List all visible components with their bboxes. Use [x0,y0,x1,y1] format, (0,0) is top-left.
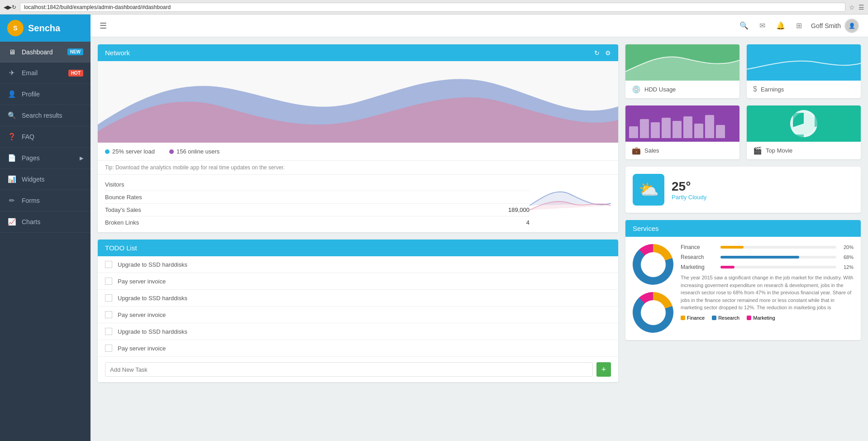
todo-checkbox-2[interactable] [105,294,112,302]
sidebar-item-forms[interactable]: ✏ Forms [0,190,91,211]
avatar: 👤 [844,19,859,33]
sales-footer: 💼 Sales [625,142,739,159]
widgets-nav-label: Widgets [22,176,45,183]
sales-chart [625,105,739,142]
network-header: Network ↻ ⚙ [98,44,618,61]
services-title: Services [633,225,659,232]
browser-refresh[interactable]: ↻ [12,4,16,10]
bell-icon[interactable]: 🔔 [774,19,787,32]
earnings-icon: $ [753,85,757,93]
refresh-icon[interactable]: ↻ [594,49,600,57]
todo-title: TODO List [105,244,137,252]
metric-row: Today's Sales189,000 [105,204,529,216]
sidebar-item-dashboard[interactable]: 🖥 Dashboard NEW [0,42,91,62]
grid-icon[interactable]: ⊞ [794,19,804,32]
menu-icon[interactable]: ☰ [858,4,864,11]
browser-forward[interactable]: ▶ [8,4,12,10]
metric-value: 4 [526,219,529,226]
online-users-stat: 156 online users [169,148,219,155]
service-bar-row: Marketing 12% [681,264,854,270]
sidebar-item-faq[interactable]: ❓ FAQ [0,126,91,148]
todo-list: Upgrade to SSD harddisksPay server invoi… [98,256,618,357]
legend-label: Research [718,315,739,321]
hdd-footer: 💿 HDD Usage [625,81,739,98]
hdd-label: HDD Usage [644,86,676,93]
todo-checkbox-3[interactable] [105,311,112,318]
sidebar-item-email[interactable]: ✈ Email HOT [0,62,91,84]
weather-icon: ⛅ [639,180,659,199]
forms-nav-label: Forms [22,197,40,204]
services-right: Finance 20% Research 68% Marketing 12% T… [681,244,854,333]
top-movie-chart [747,105,861,142]
todo-checkbox-0[interactable] [105,261,112,268]
sales-bar [716,125,725,138]
metrics-list: VisitorsBounce RatesToday's Sales189,000… [105,178,529,229]
add-task-button[interactable]: + [596,362,611,377]
mini-chart [529,178,611,215]
star-icon[interactable]: ☆ [849,4,855,11]
url-bar[interactable]: localhost:1842/build/examples/admin-dash… [20,3,845,12]
weather-desc: Partly Cloudy [672,194,706,201]
top-header: ☰ 🔍 ✉ 🔔 ⊞ Goff Smith 👤 [91,14,868,37]
todo-input[interactable] [105,362,593,377]
movie-icon: 🎬 [753,146,762,155]
network-header-icons: ↻ ⚙ [594,49,611,57]
todo-checkbox-5[interactable] [105,345,112,352]
profile-nav-icon: 👤 [7,90,16,98]
top-mini-cards: 💿 HDD Usage $ Earnings [625,44,861,98]
sales-bar [651,122,660,138]
browser-back[interactable]: ◀ [4,4,8,10]
todo-item: Upgrade to SSD harddisks [98,323,618,340]
browser-bar: ◀ ▶ ↻ localhost:1842/build/examples/admi… [0,0,868,14]
search-nav-icon: 🔍 [7,111,16,120]
todo-checkbox-1[interactable] [105,278,112,285]
sidebar: S Sencha 🖥 Dashboard NEW ✈ Email HOT 👤 P… [0,14,91,441]
sidebar-item-search[interactable]: 🔍 Search results [0,105,91,126]
settings-icon[interactable]: ⚙ [605,49,611,57]
server-load-stat: 25% server load [105,148,155,155]
todo-label-1: Pay server invoice [118,278,166,285]
sales-bar [694,124,703,138]
legend-dot [747,316,751,320]
todo-label-4: Upgrade to SSD harddisks [118,328,187,335]
top-movie-label: Top Movie [766,147,792,154]
todo-item: Pay server invoice [98,307,618,323]
sales-bar [705,115,714,138]
logo-text: Sencha [28,23,60,34]
email-icon[interactable]: ✉ [758,19,767,32]
service-bar-row: Finance 20% [681,244,854,250]
email-nav-label: Email [22,69,38,77]
weather-temp: 25° [672,179,706,194]
charts-nav-label: Charts [22,218,40,225]
pages-nav-icon: 📄 [7,154,16,162]
network-card: Network ↻ ⚙ [98,44,618,232]
network-chart [98,61,618,143]
hamburger-button[interactable]: ☰ [100,21,107,31]
faq-nav-icon: ❓ [7,133,16,141]
sidebar-item-charts[interactable]: 📈 Charts [0,211,91,233]
user-info: Goff Smith 👤 [811,19,859,33]
search-icon[interactable]: 🔍 [738,19,750,32]
legend-dot [681,316,685,320]
todo-checkbox-4[interactable] [105,328,112,335]
todo-card: TODO List Upgrade to SSD harddisksPay se… [98,240,618,382]
sidebar-item-profile[interactable]: 👤 Profile [0,84,91,105]
sidebar-item-widgets[interactable]: 📊 Widgets [0,169,91,190]
logo-icon: S [7,20,24,36]
service-pct: 12% [840,264,854,270]
legend-item: Research [712,315,739,321]
todo-item: Upgrade to SSD harddisks [98,290,618,307]
faq-nav-label: FAQ [22,133,34,140]
top-movie-card: 🎬 Top Movie [747,105,861,159]
sales-movie-row: 💼 Sales 🎬 Top Movie [625,105,861,159]
service-pct: 20% [840,244,854,250]
sales-bar [683,116,692,138]
metric-label: Broken Links [105,219,139,226]
widgets-nav-icon: 📊 [7,175,16,183]
service-name: Finance [681,244,717,250]
sales-bar [640,119,649,138]
metric-label: Visitors [105,181,124,188]
donut-hole-2 [641,300,666,325]
sidebar-item-pages[interactable]: 📄 Pages ▶ [0,148,91,169]
hdd-usage-card: 💿 HDD Usage [625,44,739,98]
